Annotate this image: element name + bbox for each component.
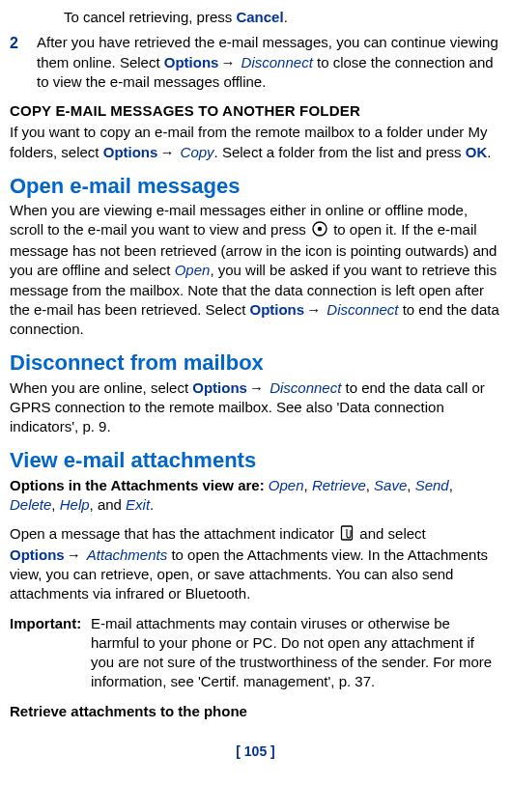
arrow-icon: → [247,379,266,396]
arrow-icon: → [304,301,323,318]
sep: , [304,477,312,493]
options-word: Options [249,301,304,318]
opt-help: Help [60,496,90,513]
important-label: Important: [10,614,91,692]
nav-key-icon [312,221,327,241]
disconnect-word: Disconnect [326,301,398,318]
options-word: Options [192,379,247,396]
options-word: Options [10,546,65,563]
attachments-paragraph: Open a message that has the attachment i… [10,524,501,603]
attachments-heading: View e-mail attachments [10,448,501,473]
sep-and: , and [90,496,127,513]
svg-point-1 [318,227,322,231]
period: . [150,496,154,513]
opt-save: Save [374,477,407,493]
disconnect-word: Disconnect [241,54,313,70]
open-word: Open [175,262,211,278]
text: When you are online, select [10,379,192,396]
copy-paragraph: If you want to copy an e-mail from the r… [10,123,501,162]
text: and select [355,525,426,542]
opt-delete: Delete [10,496,51,513]
opt-open: Open [269,477,304,493]
copy-word: Copy [181,144,214,160]
disconnect-word: Disconnect [270,379,341,396]
options-word: Options [164,54,219,70]
sep: , [449,477,453,493]
disconnect-heading: Disconnect from mailbox [10,350,501,376]
options-word: Options [103,144,158,160]
opt-exit: Exit [126,496,150,513]
ok-word: OK [466,144,488,160]
text: Open a message that has the attachment i… [10,525,338,542]
text: . [487,144,491,160]
arrow-icon: → [157,144,176,160]
attachment-icon [340,525,354,546]
attachments-word: Attachments [87,546,167,563]
important-note: Important: E-mail attachments may contai… [10,614,501,692]
cancel-retrieving-line: To cancel retrieving, press Cancel. [10,8,501,27]
page-number: [ 105 ] [10,742,501,761]
arrow-icon: → [65,546,83,563]
step-number: 2 [10,33,37,92]
important-text: E-mail attachments may contain viruses o… [91,614,501,692]
text: . Select a folder from the list and pres… [214,144,466,160]
opt-retrieve: Retrieve [312,477,366,493]
disconnect-paragraph: When you are online, select Options→ Dis… [10,378,501,437]
copy-heading: COPY E-MAIL MESSAGES TO ANOTHER FOLDER [10,101,501,121]
sep: , [51,496,59,513]
step-2: 2 After you have retrieved the e-mail me… [10,33,501,92]
open-paragraph: When you are viewing e-mail messages eit… [10,201,501,339]
options-lead: Options in the Attachments view are: [10,477,269,493]
retrieve-heading: Retrieve attachments to the phone [10,702,501,721]
period: . [284,9,288,25]
text: To cancel retrieving, press [64,9,236,25]
step-body: After you have retrieved the e-mail mess… [37,33,501,92]
arrow-icon: → [218,54,237,70]
sep: , [407,477,414,493]
opt-send: Send [415,477,449,493]
open-heading: Open e-mail messages [10,174,501,199]
sep: , [366,477,374,493]
attachments-options-line: Options in the Attachments view are: Ope… [10,476,501,516]
cancel-word: Cancel [236,9,283,25]
